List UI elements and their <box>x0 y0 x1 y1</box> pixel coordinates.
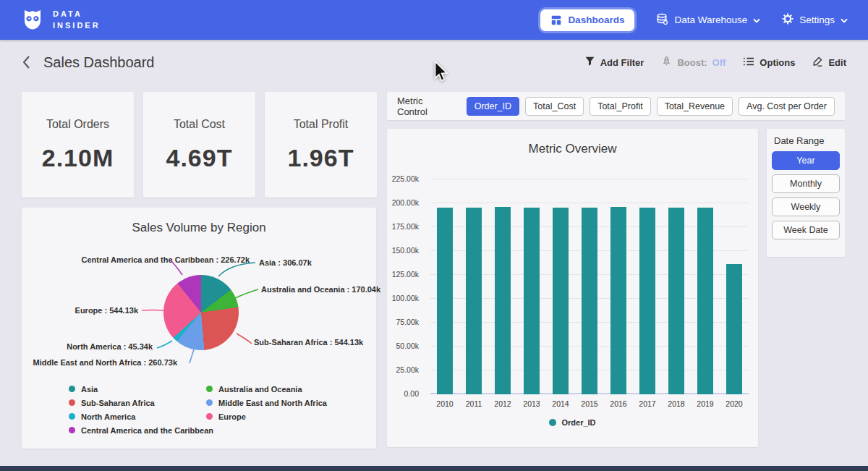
bar-2011[interactable] <box>466 208 482 394</box>
bar-2012[interactable] <box>495 207 511 394</box>
x-axis-tick: 2010 <box>430 399 459 408</box>
sales-volume-card: Sales Volume by Region Asia : 306.07k Au… <box>22 208 376 449</box>
dashboard-grid-icon <box>550 14 562 26</box>
legend-dot <box>69 386 75 392</box>
metric-chips: Order_IDTotal_CostTotal_ProfitTotal_Reve… <box>467 97 835 116</box>
x-axis-tick: 2014 <box>546 399 575 408</box>
legend-dot <box>69 413 75 420</box>
y-axis-tick: 175.00k <box>387 222 419 231</box>
y-axis-tick: 200.00k <box>387 198 419 207</box>
back-button[interactable] <box>22 55 30 69</box>
boost-toggle[interactable]: Boost: Off <box>661 56 726 69</box>
chevron-down-icon <box>753 14 760 25</box>
brand-text: DATA INSIDER <box>53 9 101 32</box>
bar-legend[interactable]: Order_ID <box>387 418 758 427</box>
metric-chip-avg-cost-per-order[interactable]: Avg. Cost per Order <box>739 97 835 116</box>
kpi-card-total-cost: Total Cost 4.69T <box>143 92 255 198</box>
chevron-down-icon <box>841 14 848 25</box>
pencil-icon <box>812 56 823 69</box>
bar-chart-title: Metric Overview <box>387 142 758 156</box>
x-axis-tick: 2013 <box>517 399 546 408</box>
y-axis-tick: 75.00k <box>387 318 419 326</box>
metric-overview-card: Metric Overview 0.0025.00k50.00k75.00k10… <box>387 129 758 447</box>
nav-data-warehouse-label: Data Warehouse <box>674 14 747 25</box>
pie-label-north-america: North America : 45.34k <box>67 342 153 351</box>
x-axis-tick: 2020 <box>720 399 749 408</box>
pie-label-middle-east-north-africa: Middle East and North Africa : 260.73k <box>33 358 177 367</box>
x-axis-tick: 2017 <box>633 399 662 408</box>
date-range-panel: Date Range YearMonthlyWeeklyWeek Date <box>767 129 845 257</box>
metric-control-label: Metric Control <box>397 96 454 117</box>
kpi-card-total-orders: Total Orders 2.10M <box>22 92 134 198</box>
add-filter-button[interactable]: Add Filter <box>584 56 644 69</box>
metric-chip-total-profit[interactable]: Total_Profit <box>590 97 651 116</box>
y-axis-tick: 50.00k <box>387 341 419 350</box>
nav-dashboards-label: Dashboards <box>568 14 624 25</box>
bar-y-axis: 0.0025.00k50.00k75.00k100.00k125.00k150.… <box>387 179 423 394</box>
date-range-year[interactable]: Year <box>772 151 840 170</box>
x-axis-tick: 2011 <box>459 399 488 408</box>
gridline <box>430 179 749 179</box>
pie-legend-column-2: Australia and OceaniaMiddle East and Nor… <box>206 384 327 425</box>
bar-2018[interactable] <box>668 208 684 394</box>
metric-chip-total-revenue[interactable]: Total_Revenue <box>657 97 733 116</box>
metric-control-bar: Metric Control Order_IDTotal_CostTotal_P… <box>387 92 845 120</box>
edit-button[interactable]: Edit <box>812 56 846 69</box>
bar-2019[interactable] <box>697 208 713 394</box>
nav-settings-label: Settings <box>799 14 835 25</box>
y-axis-tick: 150.00k <box>387 246 419 255</box>
pie[interactable] <box>163 275 239 350</box>
bottom-bar <box>0 466 868 471</box>
pie-legend-sub-saharan-africa[interactable]: Sub-Saharan Africa <box>69 398 213 407</box>
bar-2016[interactable] <box>610 207 626 394</box>
x-axis-tick: 2012 <box>488 399 517 408</box>
bar-2020[interactable] <box>726 264 742 394</box>
bar-x-axis: 2010201120122013201420152016201720182019… <box>430 399 749 410</box>
date-range-label: Date Range <box>774 135 840 146</box>
pie-chart-title: Sales Volume by Region <box>22 221 376 235</box>
bar-2015[interactable] <box>582 208 597 394</box>
legend-dot <box>206 386 213 392</box>
date-range-options: YearMonthlyWeeklyWeek Date <box>772 151 840 239</box>
pie-legend-north-america[interactable]: North America <box>69 412 213 421</box>
pie-label-asia: Asia : 306.07k <box>259 258 312 267</box>
kpi-value: 1.96T <box>288 144 354 172</box>
nav-dashboards-button[interactable]: Dashboards <box>540 9 634 31</box>
pie-label-australia-oceania: Australia and Oceania : 170.04k <box>261 285 380 294</box>
pie-legend-central-america-and-the-caribbean[interactable]: Central America and the Caribbean <box>69 425 213 435</box>
y-axis-tick: 225.00k <box>387 174 419 183</box>
date-range-weekly[interactable]: Weekly <box>772 198 840 216</box>
gridline <box>430 203 749 203</box>
kpi-label: Total Orders <box>46 118 109 131</box>
rocket-icon <box>661 56 672 69</box>
date-range-monthly[interactable]: Monthly <box>772 174 840 193</box>
metric-chip-total-cost[interactable]: Total_Cost <box>525 97 584 116</box>
bar-2013[interactable] <box>524 208 540 394</box>
legend-label: Middle East and North Africa <box>218 399 327 407</box>
app-screen: DATA INSIDER Dashboards <box>0 0 868 471</box>
funnel-icon <box>584 56 595 69</box>
legend-label: Asia <box>81 385 98 394</box>
pie-legend-middle-east-and-north-africa[interactable]: Middle East and North Africa <box>206 398 327 407</box>
kpi-value: 2.10M <box>42 144 114 172</box>
top-nav: DATA INSIDER Dashboards <box>0 0 868 40</box>
pie-legend-europe[interactable]: Europe <box>206 412 327 421</box>
bar-2010[interactable] <box>437 208 453 394</box>
legend-dot <box>69 399 75 406</box>
metric-chip-order-id[interactable]: Order_ID <box>467 97 519 116</box>
legend-dot <box>549 419 556 426</box>
pie-legend-asia[interactable]: Asia <box>69 384 213 394</box>
bar-2017[interactable] <box>639 208 655 394</box>
owl-logo-icon <box>20 7 45 34</box>
legend-dot <box>69 427 75 433</box>
y-axis-tick: 125.00k <box>387 270 419 279</box>
nav-settings[interactable]: Settings <box>782 13 848 27</box>
x-axis-tick: 2016 <box>604 399 633 408</box>
bar-2014[interactable] <box>553 208 569 394</box>
date-range-week-date[interactable]: Week Date <box>772 221 840 239</box>
brand[interactable]: DATA INSIDER <box>20 7 101 34</box>
options-button[interactable]: Options <box>743 56 795 69</box>
database-icon <box>656 13 668 27</box>
nav-data-warehouse[interactable]: Data Warehouse <box>656 13 760 27</box>
pie-legend-australia-and-oceania[interactable]: Australia and Oceania <box>206 384 327 394</box>
